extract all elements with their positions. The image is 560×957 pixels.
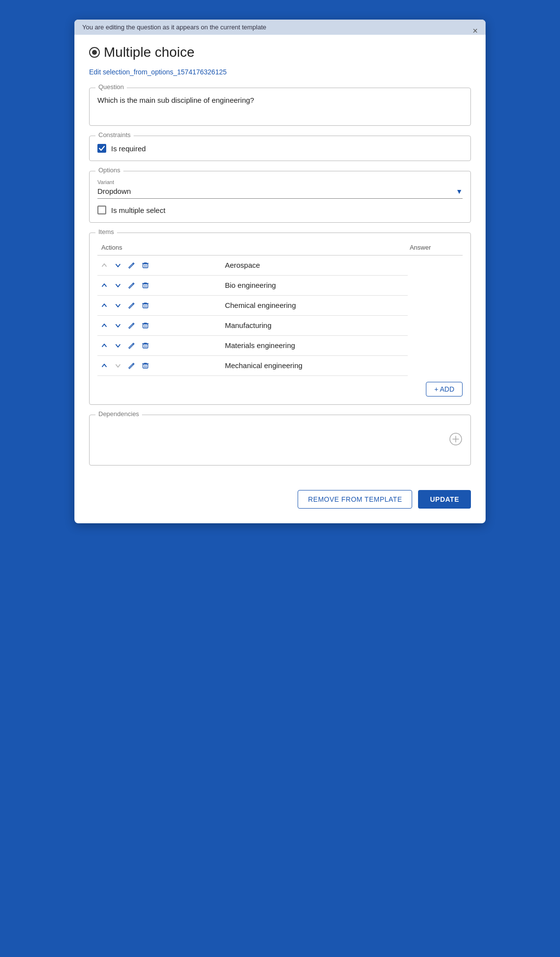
radio-icon-inner	[92, 50, 97, 55]
item-answer: Materials engineering	[217, 336, 407, 356]
item-actions	[97, 336, 217, 356]
radio-icon	[89, 47, 100, 58]
svg-rect-9	[143, 324, 148, 328]
table-row: Aerospace	[97, 256, 463, 276]
options-legend: Options	[95, 166, 123, 174]
info-banner: You are editing the question as it appea…	[74, 20, 486, 35]
move-up-button[interactable]	[99, 321, 109, 330]
table-row: Manufacturing	[97, 316, 463, 336]
table-row: Materials engineering	[97, 336, 463, 356]
move-down-button[interactable]	[113, 361, 123, 371]
svg-rect-15	[143, 364, 148, 368]
delete-item-button[interactable]	[140, 301, 150, 310]
question-section: Question Which is the main sub disciplin…	[89, 88, 471, 126]
edit-link[interactable]: Edit selection_from_options_157417632612…	[89, 68, 471, 76]
question-type-title: Multiple choice	[104, 45, 194, 60]
remove-from-template-button[interactable]: REMOVE FROM TEMPLATE	[298, 490, 412, 509]
items-tbody: Aerospace	[97, 256, 463, 376]
item-answer: Bio engineering	[217, 276, 407, 296]
delete-item-button[interactable]	[140, 260, 150, 270]
edit-item-button[interactable]	[127, 321, 137, 330]
item-answer: Manufacturing	[217, 316, 407, 336]
options-section: Options Variant Dropdown ▼ Is multiple s…	[89, 171, 471, 223]
table-row: Mechanical engineering	[97, 356, 463, 376]
variant-dropdown[interactable]: Dropdown ▼	[97, 187, 463, 199]
move-up-button[interactable]	[99, 341, 109, 350]
is-required-row: Is required	[97, 144, 463, 153]
close-button[interactable]: ×	[472, 26, 478, 35]
svg-rect-0	[143, 264, 148, 268]
modal-body: Multiple choice Edit selection_from_opti…	[74, 35, 486, 485]
item-answer: Mechanical engineering	[217, 356, 407, 376]
dependencies-inner	[97, 423, 463, 457]
svg-rect-12	[143, 344, 148, 348]
items-section: Items Actions Answer	[89, 233, 471, 405]
answer-col-header: Answer	[408, 241, 463, 256]
constraints-legend: Constraints	[95, 131, 134, 139]
item-actions	[97, 356, 217, 376]
constraints-section: Constraints Is required	[89, 136, 471, 161]
items-header: Actions Answer	[97, 241, 463, 256]
question-type-header: Multiple choice	[89, 45, 471, 60]
move-up-button[interactable]	[99, 361, 109, 371]
table-row: Bio engineering	[97, 276, 463, 296]
is-multiple-select-checkbox[interactable]	[97, 206, 106, 214]
move-down-button[interactable]	[113, 341, 123, 350]
item-actions	[97, 256, 217, 276]
footer-buttons: REMOVE FROM TEMPLATE UPDATE	[74, 490, 486, 509]
move-up-button[interactable]	[99, 280, 109, 290]
is-multiple-select-label: Is multiple select	[111, 206, 165, 214]
move-down-button[interactable]	[113, 301, 123, 310]
svg-rect-6	[143, 304, 148, 308]
add-item-button[interactable]: + ADD	[426, 382, 463, 397]
edit-item-button[interactable]	[127, 341, 137, 350]
move-down-button[interactable]	[113, 280, 123, 290]
dropdown-arrow-icon: ▼	[456, 187, 463, 195]
is-required-label: Is required	[111, 144, 146, 153]
variant-value: Dropdown	[97, 187, 456, 195]
items-table: Actions Answer	[97, 241, 463, 376]
edit-question-modal: You are editing the question as it appea…	[74, 20, 486, 523]
move-down-button[interactable]	[113, 260, 123, 270]
edit-item-button[interactable]	[127, 260, 137, 270]
question-legend: Question	[95, 83, 127, 91]
delete-item-button[interactable]	[140, 280, 150, 290]
delete-item-button[interactable]	[140, 321, 150, 330]
update-button[interactable]: UPDATE	[418, 490, 471, 509]
items-legend: Items	[95, 228, 117, 235]
variant-label: Variant	[97, 179, 463, 185]
is-required-checkbox[interactable]	[97, 144, 106, 153]
dependencies-legend: Dependencies	[95, 410, 142, 418]
edit-item-button[interactable]	[127, 361, 137, 371]
edit-item-button[interactable]	[127, 280, 137, 290]
dependencies-section: Dependencies	[89, 415, 471, 466]
svg-rect-3	[143, 284, 148, 288]
item-answer: Chemical engineering	[217, 296, 407, 316]
table-row: Chemical engineering	[97, 296, 463, 316]
delete-item-button[interactable]	[140, 341, 150, 350]
move-down-button[interactable]	[113, 321, 123, 330]
add-button-row: + ADD	[97, 376, 463, 397]
edit-item-button[interactable]	[127, 301, 137, 310]
add-dependency-button[interactable]	[449, 432, 463, 448]
is-multiple-select-row: Is multiple select	[97, 206, 463, 214]
item-answer: Aerospace	[217, 256, 407, 276]
delete-item-button[interactable]	[140, 361, 150, 371]
move-up-button[interactable]	[99, 301, 109, 310]
item-actions	[97, 316, 217, 336]
move-up-button[interactable]	[99, 260, 109, 270]
question-input[interactable]	[97, 96, 463, 116]
item-actions	[97, 276, 217, 296]
item-actions	[97, 296, 217, 316]
actions-col-header: Actions	[97, 241, 408, 256]
